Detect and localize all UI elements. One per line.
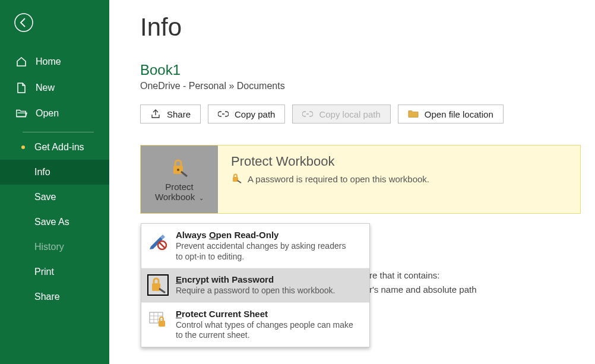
pencil-forbid-icon: [147, 230, 169, 251]
protect-workbook-dropdown: Always Open Read-Only Prevent accidental…: [141, 223, 370, 347]
sidebar-item-label: Save As: [34, 217, 69, 227]
sidebar-item-save-as[interactable]: Save As: [0, 210, 109, 235]
sidebar-item-new[interactable]: New: [0, 75, 109, 101]
svg-rect-5: [152, 283, 160, 291]
share-icon: [150, 109, 161, 119]
open-file-location-label: Open file location: [425, 109, 493, 119]
link-icon: [218, 109, 229, 119]
copy-path-label: Copy path: [235, 109, 275, 119]
menu-item-desc: Control what types of changes people can…: [176, 320, 354, 341]
sidebar-item-label: Get Add-ins: [34, 142, 84, 153]
home-icon: [15, 56, 27, 68]
menu-item-desc: Require a password to open this workbook…: [176, 286, 335, 296]
folder-icon: [408, 109, 419, 119]
sidebar-item-info[interactable]: Info: [0, 160, 109, 185]
protect-btn-line2: Workbook: [155, 192, 195, 202]
backstage-sidebar: Home New Open Get Add-ins Info Save Save…: [0, 0, 109, 364]
copy-local-path-button: Copy local path: [292, 105, 390, 124]
svg-point-0: [15, 14, 33, 31]
sidebar-item-share[interactable]: Share: [0, 284, 109, 309]
sidebar-item-home[interactable]: Home: [0, 49, 109, 75]
sidebar-item-label: Home: [36, 56, 61, 67]
lock-key-icon: [231, 173, 242, 185]
chevron-down-icon: ⌄: [197, 195, 204, 201]
copy-path-button[interactable]: Copy path: [208, 105, 285, 124]
protect-heading: Protect Workbook: [231, 154, 429, 169]
share-label: Share: [167, 109, 191, 119]
menu-item-title: Protect Current Sheet: [176, 309, 354, 319]
sidebar-item-label: New: [36, 83, 55, 93]
menu-item-open-read-only[interactable]: Always Open Read-Only Prevent accidental…: [141, 224, 369, 268]
document-name: Book1: [140, 62, 595, 78]
menu-item-title: Always Open Read-Only: [176, 230, 354, 240]
sidebar-item-label: Save: [34, 192, 56, 202]
protect-status: A password is required to open this work…: [248, 174, 429, 184]
lock-key-icon: [169, 157, 189, 179]
sidebar-item-open[interactable]: Open: [0, 101, 109, 126]
sidebar-item-label: Info: [34, 167, 50, 178]
sidebar-divider: [23, 132, 94, 132]
open-file-location-button[interactable]: Open file location: [398, 105, 504, 124]
page-title: Info: [140, 13, 595, 42]
menu-item-encrypt-password[interactable]: Encrypt with Password Require a password…: [141, 268, 369, 302]
action-row: Share Copy path Copy local path Open fil…: [140, 105, 595, 124]
breadcrumb: OneDrive - Personal » Documents: [140, 81, 595, 91]
new-doc-icon: [15, 82, 27, 94]
back-button[interactable]: [13, 13, 34, 34]
copy-local-path-label: Copy local path: [319, 109, 380, 119]
menu-item-desc: Prevent accidental changes by asking rea…: [176, 241, 354, 262]
svg-rect-7: [159, 321, 165, 327]
lock-key-icon: [147, 274, 169, 296]
svg-point-2: [177, 169, 179, 171]
menu-item-title: Encrypt with Password: [176, 274, 335, 284]
protect-workbook-button[interactable]: Protect Workbook ⌄: [141, 145, 218, 213]
sidebar-item-label: Open: [36, 108, 59, 119]
back-arrow-icon: [14, 12, 34, 35]
sidebar-item-save[interactable]: Save: [0, 185, 109, 210]
sidebar-item-print[interactable]: Print: [0, 259, 109, 284]
protect-workbook-panel: Protect Workbook ⌄ Protect Workbook A pa…: [140, 145, 581, 214]
share-button[interactable]: Share: [140, 105, 201, 124]
sidebar-item-label: Share: [34, 292, 60, 302]
protect-btn-line1: Protect: [165, 182, 194, 192]
inspect-text-fragment: re that it contains: r's name and absolu…: [369, 268, 476, 297]
sidebar-item-get-addins[interactable]: Get Add-ins: [0, 135, 109, 160]
menu-item-protect-current-sheet[interactable]: Protect Current Sheet Control what types…: [141, 302, 369, 347]
link-icon: [302, 109, 313, 119]
sheet-lock-icon: [147, 309, 169, 330]
sidebar-item-label: Print: [34, 267, 54, 277]
sidebar-item-history[interactable]: History: [0, 235, 109, 259]
sidebar-item-label: History: [34, 242, 64, 252]
folder-open-icon: [15, 108, 27, 119]
